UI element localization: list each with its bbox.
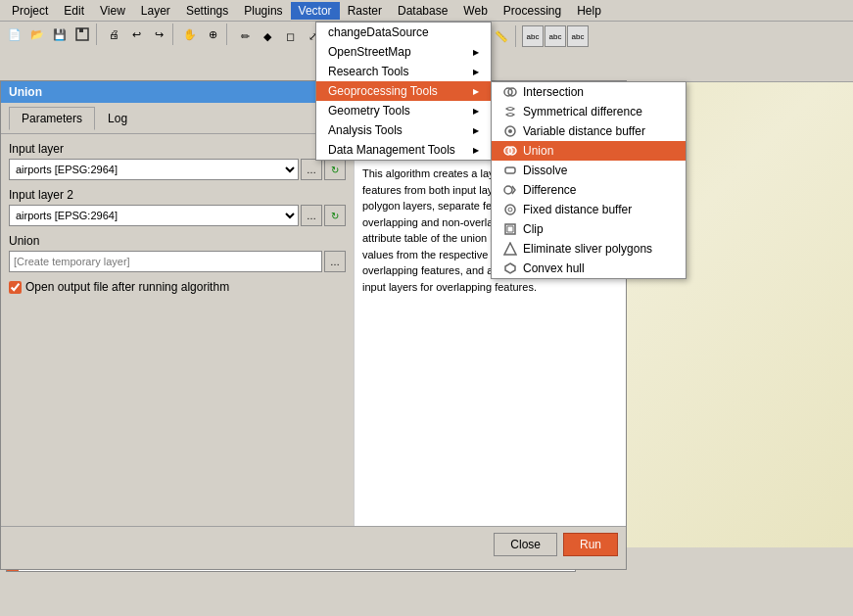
svg-rect-8 bbox=[505, 167, 515, 173]
svg-marker-15 bbox=[505, 263, 515, 273]
tb-open[interactable]: 📂 bbox=[26, 24, 48, 45]
input-layer-refresh-btn[interactable]: ↻ bbox=[324, 159, 346, 180]
dialog-parameters: Input layer airports [EPSG:2964] … ↻ Inp… bbox=[1, 134, 354, 526]
vector-dropdown: changeDataSource OpenStreetMap Research … bbox=[315, 22, 492, 161]
submenu-variable-buffer[interactable]: Variable distance buffer bbox=[492, 121, 686, 141]
menu-settings[interactable]: Settings bbox=[178, 2, 236, 20]
fixed-buffer-icon bbox=[503, 203, 517, 216]
tb-undo[interactable]: ↩ bbox=[125, 24, 147, 45]
menu-project[interactable]: Project bbox=[4, 2, 56, 20]
input-layer-dots-btn[interactable]: … bbox=[301, 159, 322, 180]
dialog-footer: Close Run bbox=[1, 526, 626, 562]
sym-diff-icon bbox=[503, 105, 517, 118]
menu-analysis-tools[interactable]: Analysis Tools bbox=[316, 120, 491, 140]
union-output-input[interactable] bbox=[9, 251, 322, 272]
run-button[interactable]: Run bbox=[563, 533, 618, 556]
tb-label-abc3[interactable]: abc bbox=[567, 25, 589, 47]
tb-label-abc2[interactable]: abc bbox=[545, 25, 566, 47]
tb-save-as[interactable] bbox=[71, 24, 93, 45]
menubar: Project Edit View Layer Settings Plugins… bbox=[0, 0, 853, 22]
menu-research-tools[interactable]: Research Tools bbox=[316, 62, 491, 81]
variable-buffer-icon bbox=[503, 124, 517, 138]
form-input-layer2: Input layer 2 airports [EPSG:2964] … ↻ bbox=[9, 188, 346, 226]
menu-geoprocessing-tools[interactable]: Geoprocessing Tools Intersection Symmetr… bbox=[316, 81, 491, 101]
separator-3 bbox=[226, 24, 230, 45]
submenu-clip[interactable]: Clip bbox=[492, 219, 686, 239]
menu-data-management[interactable]: Data Management Tools bbox=[316, 140, 491, 160]
tb-select[interactable]: ⊕ bbox=[202, 24, 223, 45]
open-output-label: Open output file after running algorithm bbox=[25, 280, 229, 294]
tb-save[interactable]: 💾 bbox=[49, 24, 71, 45]
submenu-intersection[interactable]: Intersection bbox=[492, 82, 686, 102]
difference-icon bbox=[503, 183, 517, 197]
svg-marker-14 bbox=[504, 243, 516, 255]
menu-view[interactable]: View bbox=[92, 2, 133, 20]
svg-point-9 bbox=[504, 186, 512, 194]
geoprocessing-submenu: Intersection Symmetrical difference Vari… bbox=[491, 81, 687, 279]
input-layer2-dots-btn[interactable]: … bbox=[301, 205, 322, 226]
menu-vector[interactable]: Vector bbox=[291, 2, 340, 20]
svg-point-11 bbox=[508, 208, 512, 212]
input-layer2-select[interactable]: airports [EPSG:2964] bbox=[9, 205, 299, 226]
separator-1 bbox=[96, 24, 100, 45]
union-icon bbox=[503, 144, 517, 158]
tb-measure[interactable]: 📏 bbox=[491, 25, 512, 47]
tab-parameters[interactable]: Parameters bbox=[9, 107, 95, 130]
submenu-difference[interactable]: Difference bbox=[492, 180, 686, 200]
menu-database[interactable]: Database bbox=[390, 2, 455, 20]
tb-node[interactable]: ◻ bbox=[279, 25, 301, 47]
menu-change-datasource[interactable]: changeDataSource bbox=[316, 23, 491, 42]
submenu-convex-hull[interactable]: Convex hull bbox=[492, 259, 686, 278]
submenu-union[interactable]: Union bbox=[492, 141, 686, 161]
form-input-layer: Input layer airports [EPSG:2964] … ↻ bbox=[9, 142, 346, 180]
submenu-fixed-buffer[interactable]: Fixed distance buffer bbox=[492, 200, 686, 219]
svg-rect-1 bbox=[79, 28, 83, 32]
menu-layer[interactable]: Layer bbox=[133, 2, 178, 20]
submenu-eliminate-slivers[interactable]: Eliminate sliver polygons bbox=[492, 239, 686, 259]
menu-web[interactable]: Web bbox=[455, 2, 495, 20]
menu-openstreetmap[interactable]: OpenStreetMap bbox=[316, 42, 491, 62]
dialog-title: Union bbox=[9, 85, 42, 99]
submenu-dissolve[interactable]: Dissolve bbox=[492, 161, 686, 180]
tab-log[interactable]: Log bbox=[95, 107, 140, 130]
menu-help[interactable]: Help bbox=[569, 2, 609, 20]
menu-plugins[interactable]: Plugins bbox=[236, 2, 290, 20]
tb-print[interactable]: 🖨 bbox=[103, 24, 124, 45]
form-union-output: Union … bbox=[9, 234, 346, 272]
menu-raster[interactable]: Raster bbox=[340, 2, 390, 20]
union-output-dots-btn[interactable]: … bbox=[324, 251, 346, 272]
input-layer2-label: Input layer 2 bbox=[9, 188, 346, 202]
svg-point-7 bbox=[508, 147, 516, 155]
menu-processing[interactable]: Processing bbox=[496, 2, 569, 20]
union-output-label: Union bbox=[9, 234, 346, 248]
convex-hull-icon bbox=[503, 261, 517, 275]
svg-point-5 bbox=[508, 129, 512, 133]
input-layer-label: Input layer bbox=[9, 142, 346, 156]
eliminate-icon bbox=[503, 242, 517, 256]
menu-edit[interactable]: Edit bbox=[56, 2, 92, 20]
close-button[interactable]: Close bbox=[494, 533, 557, 556]
open-output-checkbox[interactable] bbox=[9, 281, 22, 294]
clip-icon bbox=[503, 222, 517, 236]
submenu-symmetrical-diff[interactable]: Symmetrical difference bbox=[492, 102, 686, 121]
tb-redo[interactable]: ↪ bbox=[148, 24, 169, 45]
svg-marker-13 bbox=[507, 226, 513, 232]
tb-edit[interactable]: ✏ bbox=[234, 25, 256, 47]
menu-geometry-tools[interactable]: Geometry Tools bbox=[316, 101, 491, 120]
intersection-icon bbox=[503, 85, 517, 99]
vector-menu: changeDataSource OpenStreetMap Research … bbox=[315, 22, 492, 161]
tb-digitize[interactable]: ◆ bbox=[257, 25, 278, 47]
tb-pan[interactable]: ✋ bbox=[179, 24, 201, 45]
separator-2 bbox=[172, 24, 176, 45]
open-output-checkbox-row: Open output file after running algorithm bbox=[9, 280, 346, 294]
separator-5 bbox=[515, 25, 519, 47]
tb-label-abc1[interactable]: abc bbox=[522, 25, 544, 47]
input-layer2-refresh-btn[interactable]: ↻ bbox=[324, 205, 346, 226]
svg-point-10 bbox=[505, 205, 515, 214]
dissolve-icon bbox=[503, 164, 517, 177]
input-layer-select[interactable]: airports [EPSG:2964] bbox=[9, 159, 299, 180]
tb-new[interactable]: 📄 bbox=[4, 24, 25, 45]
